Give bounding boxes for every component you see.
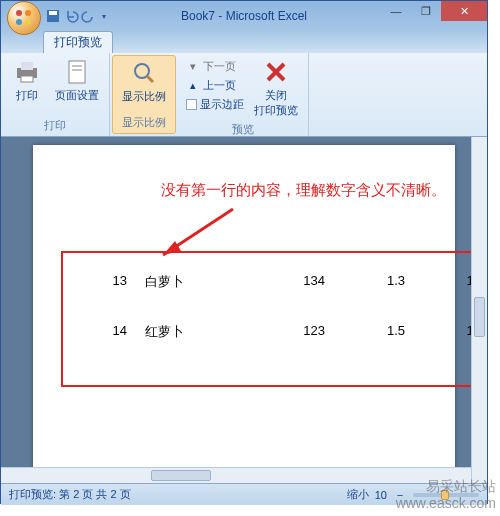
- arrow-up-icon: ▴: [186, 79, 200, 93]
- svg-rect-5: [49, 11, 57, 15]
- zoom-label: 显示比例: [122, 89, 166, 104]
- tab-print-preview[interactable]: 打印预览: [43, 31, 113, 53]
- checkbox-icon: [186, 99, 197, 110]
- redo-icon[interactable]: [81, 8, 97, 24]
- close-preview-l1: 关闭: [265, 88, 287, 103]
- qat-dropdown-icon[interactable]: ▾: [99, 8, 109, 24]
- next-page-button: ▾下一页: [184, 58, 246, 75]
- annotation-text: 没有第一行的内容，理解数字含义不清晰。: [161, 181, 446, 200]
- close-preview-button[interactable]: 关闭 打印预览: [250, 56, 302, 120]
- svg-rect-7: [21, 62, 33, 70]
- ribbon-tabs: 打印预览: [1, 31, 487, 53]
- print-button[interactable]: 打印: [7, 56, 47, 116]
- close-preview-l2: 打印预览: [254, 103, 298, 118]
- svg-point-2: [16, 19, 22, 25]
- group-preview: ▾下一页 ▴上一页 显示边距 关闭 打印预览 预览: [178, 53, 309, 136]
- close-button[interactable]: ✕: [441, 1, 487, 21]
- zoom-pct: 10: [375, 489, 387, 501]
- page-setup-icon: [63, 58, 91, 86]
- print-label: 打印: [16, 88, 38, 103]
- svg-point-12: [135, 64, 149, 78]
- scrollbar-thumb[interactable]: [474, 297, 485, 337]
- office-button[interactable]: [7, 1, 41, 35]
- svg-point-0: [16, 10, 22, 16]
- window: ▾ Book7 - Microsoft Excel — ❐ ✕ 打印预览 打印 …: [0, 0, 488, 504]
- scrollbar-thumb[interactable]: [151, 470, 211, 481]
- table-row: 13 白萝卜 134 1.3 174.2: [83, 273, 487, 291]
- close-preview-icon: [262, 58, 290, 86]
- svg-line-13: [147, 76, 153, 82]
- svg-point-3: [25, 19, 31, 25]
- prev-page-button[interactable]: ▴上一页: [184, 77, 246, 94]
- window-title: Book7 - Microsoft Excel: [181, 9, 307, 23]
- window-controls: — ❐ ✕: [381, 1, 487, 21]
- status-text: 打印预览: 第 2 页 共 2 页: [9, 487, 131, 502]
- titlebar: ▾ Book7 - Microsoft Excel — ❐ ✕: [1, 1, 487, 31]
- vertical-scrollbar[interactable]: [471, 137, 487, 483]
- printer-icon: [13, 58, 41, 86]
- page-setup-label: 页面设置: [55, 88, 99, 103]
- undo-icon[interactable]: [63, 8, 79, 24]
- quick-access-toolbar: ▾: [45, 8, 109, 24]
- group-print: 打印 页面设置 打印: [1, 53, 110, 136]
- ribbon: 打印 页面设置 打印 显示比例 显示比例 ▾下一页: [1, 53, 487, 137]
- table-row: 14 红萝卜 123 1.5 184.5: [83, 323, 487, 341]
- group-zoom: 显示比例 显示比例: [112, 55, 176, 134]
- preview-area: 没有第一行的内容，理解数字含义不清晰。 13 白萝卜 134 1.3 174.2…: [1, 137, 487, 483]
- show-margins-checkbox[interactable]: 显示边距: [184, 96, 246, 113]
- svg-rect-9: [69, 61, 85, 83]
- group-zoom-label: 显示比例: [118, 113, 170, 133]
- page-preview: 没有第一行的内容，理解数字含义不清晰。 13 白萝卜 134 1.3 174.2…: [33, 145, 455, 483]
- svg-rect-8: [21, 76, 33, 82]
- magnifier-icon: [130, 59, 158, 87]
- arrow-down-icon: ▾: [186, 60, 200, 74]
- save-icon[interactable]: [45, 8, 61, 24]
- group-print-label: 打印: [7, 116, 103, 136]
- svg-point-1: [25, 10, 31, 16]
- maximize-button[interactable]: ❐: [411, 1, 441, 21]
- zoom-button[interactable]: 显示比例: [118, 57, 170, 113]
- page-setup-button[interactable]: 页面设置: [51, 56, 103, 116]
- highlight-box: [61, 251, 485, 387]
- minimize-button[interactable]: —: [381, 1, 411, 21]
- zoom-label: 缩小: [347, 487, 369, 502]
- watermark: 易采站长站 www.easck.com: [396, 478, 496, 512]
